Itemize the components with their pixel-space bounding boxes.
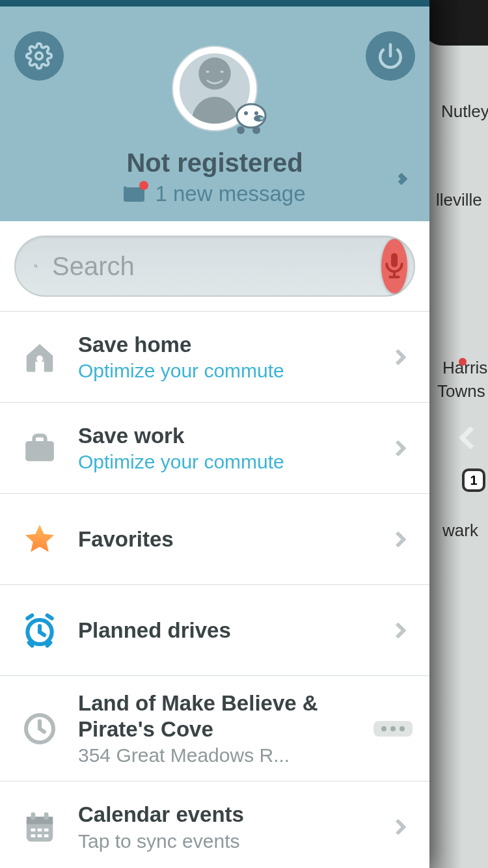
svg-rect-24	[44, 813, 49, 820]
svg-point-6	[237, 126, 245, 134]
briefcase-icon	[22, 433, 57, 464]
row-title: Calendar events	[78, 802, 366, 828]
svg-rect-26	[38, 828, 42, 832]
power-icon	[377, 42, 404, 70]
row-save-work[interactable]: Save work Optimize your commute	[0, 403, 429, 494]
user-info[interactable]: Not registered 1 new message	[0, 148, 429, 206]
row-sub: Optimize your commute	[78, 360, 366, 382]
svg-rect-29	[38, 834, 42, 837]
user-title: Not registered	[0, 148, 429, 178]
row-save-home[interactable]: Save home Optimize your commute	[0, 312, 429, 403]
row-planned-drives[interactable]: Planned drives	[0, 585, 429, 676]
history-icon	[21, 711, 58, 747]
route-shield-icon: 1	[462, 468, 485, 492]
svg-rect-25	[31, 828, 36, 832]
svg-rect-14	[391, 253, 398, 267]
row-title: Save work	[78, 423, 366, 449]
row-sub: Optimize your commute	[78, 451, 366, 473]
svg-rect-18	[25, 441, 54, 461]
map-collapse-arrow-icon[interactable]	[462, 429, 480, 461]
microphone-icon	[381, 252, 407, 280]
side-panel: Not registered 1 new message Save home O…	[0, 0, 429, 868]
alarm-clock-icon	[21, 612, 58, 649]
inbox-line: 1 new message	[124, 182, 305, 206]
search-icon	[34, 254, 38, 278]
svg-point-9	[254, 111, 258, 115]
voice-search-button[interactable]	[381, 239, 407, 293]
row-sub: Tap to sync events	[78, 830, 366, 852]
row-title: Save home	[78, 332, 366, 358]
chevron-right-icon	[384, 442, 413, 454]
row-sub: 354 Great Meadows R...	[78, 744, 355, 766]
search-pill[interactable]	[14, 236, 415, 297]
chevron-right-icon	[384, 351, 413, 363]
svg-point-2	[198, 57, 231, 90]
waze-mood-icon	[232, 100, 268, 137]
svg-rect-28	[31, 834, 36, 837]
svg-point-11	[260, 117, 264, 120]
svg-line-13	[36, 267, 38, 268]
power-button[interactable]	[366, 31, 415, 81]
row-calendar-events[interactable]: Calendar events Tap to sync events	[0, 781, 429, 868]
row-favorites[interactable]: Favorites	[0, 494, 429, 585]
search-area	[0, 221, 429, 312]
gear-icon	[25, 42, 53, 70]
svg-point-3	[206, 71, 210, 73]
svg-point-7	[252, 126, 260, 134]
svg-rect-27	[44, 828, 49, 832]
profile-header: Not registered 1 new message	[0, 7, 429, 221]
svg-rect-23	[31, 813, 36, 820]
settings-button[interactable]	[14, 31, 64, 81]
row-title: Planned drives	[78, 617, 366, 644]
inbox-text: 1 new message	[155, 182, 305, 206]
chevron-right-icon	[384, 534, 413, 545]
star-icon	[22, 522, 57, 557]
avatar-container	[173, 47, 256, 130]
svg-point-4	[220, 71, 224, 73]
row-recent-destination[interactable]: Land of Make Believe & Pirate's Cove 354…	[0, 676, 429, 781]
chevron-right-icon	[384, 625, 413, 636]
mail-icon	[124, 186, 144, 202]
chevron-right-icon	[384, 821, 413, 833]
profile-chevron	[397, 174, 406, 183]
svg-point-17	[36, 355, 43, 362]
svg-rect-30	[44, 834, 49, 837]
search-input[interactable]	[52, 252, 381, 281]
svg-point-8	[244, 111, 248, 115]
row-title: Favorites	[78, 526, 366, 552]
menu-list: Save home Optimize your commute Save wor…	[0, 312, 429, 868]
home-icon	[22, 340, 57, 375]
svg-point-0	[36, 53, 43, 60]
map-peek[interactable]: Nutley lleville Harris Towns wark 1	[423, 0, 488, 868]
calendar-icon	[22, 809, 57, 845]
row-title: Land of Make Believe & Pirate's Cove	[78, 690, 355, 742]
svg-rect-22	[27, 817, 53, 824]
more-options-button[interactable]	[373, 721, 413, 737]
